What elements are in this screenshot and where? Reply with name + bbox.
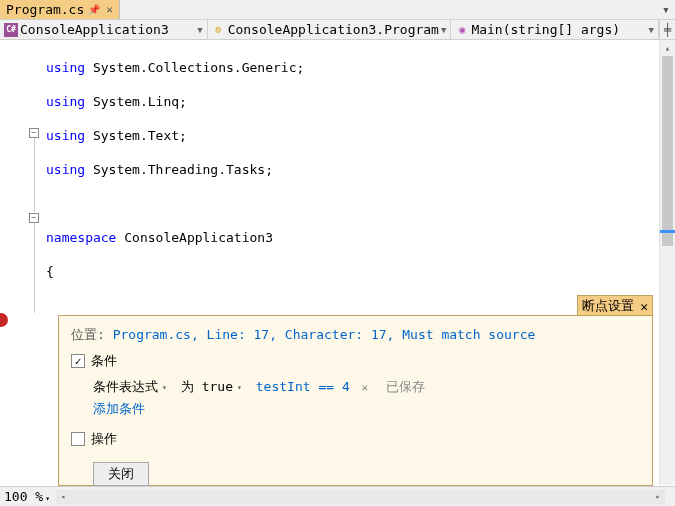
clear-expr-icon[interactable]: ✕ — [362, 381, 369, 394]
chevron-down-icon: ▼ — [649, 25, 654, 35]
editor-gutter[interactable]: − − — [0, 40, 40, 485]
split-icon[interactable]: ╪ — [659, 20, 675, 39]
nav-class[interactable]: ⚙ ConsoleApplication3.Program ▼ — [208, 20, 452, 39]
file-tab[interactable]: Program.cs 📌 ✕ — [0, 0, 120, 19]
class-icon: ⚙ — [212, 23, 226, 37]
scroll-left-icon[interactable]: ◂ — [56, 490, 70, 504]
close-icon[interactable]: ✕ — [106, 3, 113, 16]
breakpoint-icon[interactable] — [0, 313, 8, 327]
breakpoint-settings-panel: 位置: Program.cs, Line: 17, Character: 17,… — [58, 315, 653, 486]
tab-label: Program.cs — [6, 2, 84, 17]
csharp-icon: C# — [4, 23, 18, 37]
method-icon: ◉ — [455, 23, 469, 37]
horizontal-scrollbar[interactable]: ◂ ▸ — [56, 490, 665, 504]
scroll-up-icon[interactable]: ▴ — [660, 40, 675, 56]
chevron-down-icon: ▼ — [197, 25, 202, 35]
scroll-right-icon[interactable]: ▸ — [651, 490, 665, 504]
nav-project[interactable]: C# ConsoleApplication3 ▼ — [0, 20, 208, 39]
scroll-marker — [660, 230, 675, 233]
chevron-down-icon: ▼ — [441, 25, 446, 35]
fold-icon[interactable]: − — [29, 128, 39, 138]
fold-icon[interactable]: − — [29, 213, 39, 223]
condition-op-dropdown[interactable]: 为 true▾ — [181, 378, 242, 396]
location-row: 位置: Program.cs, Line: 17, Character: 17,… — [71, 326, 640, 344]
zoom-level[interactable]: 100 %▾ — [4, 489, 50, 504]
action-checkbox[interactable] — [71, 432, 85, 446]
condition-type-dropdown[interactable]: 条件表达式▾ — [93, 378, 167, 396]
status-bar: 100 %▾ ◂ ▸ — [0, 486, 675, 506]
close-button[interactable]: 关闭 — [93, 462, 149, 486]
vertical-scrollbar[interactable]: ▴ — [659, 40, 675, 485]
tab-overflow[interactable]: ▾ — [657, 0, 675, 19]
scroll-thumb[interactable] — [662, 56, 673, 246]
saved-label: 已保存 — [386, 379, 425, 394]
add-condition-link[interactable]: 添加条件 — [93, 400, 640, 418]
condition-checkbox[interactable]: ✓ — [71, 354, 85, 368]
pin-icon[interactable]: 📌 — [88, 4, 100, 15]
condition-label: 条件 — [91, 352, 117, 370]
panel-close-icon[interactable]: ✕ — [640, 299, 648, 314]
breakpoint-panel-title: 断点设置 ✕ — [577, 295, 653, 317]
nav-method[interactable]: ◉ Main(string[] args) ▼ — [451, 20, 659, 39]
action-label: 操作 — [91, 430, 117, 448]
location-link[interactable]: Program.cs, Line: 17, Character: 17, Mus… — [113, 327, 536, 342]
condition-expression[interactable]: testInt == 4 — [256, 379, 350, 394]
